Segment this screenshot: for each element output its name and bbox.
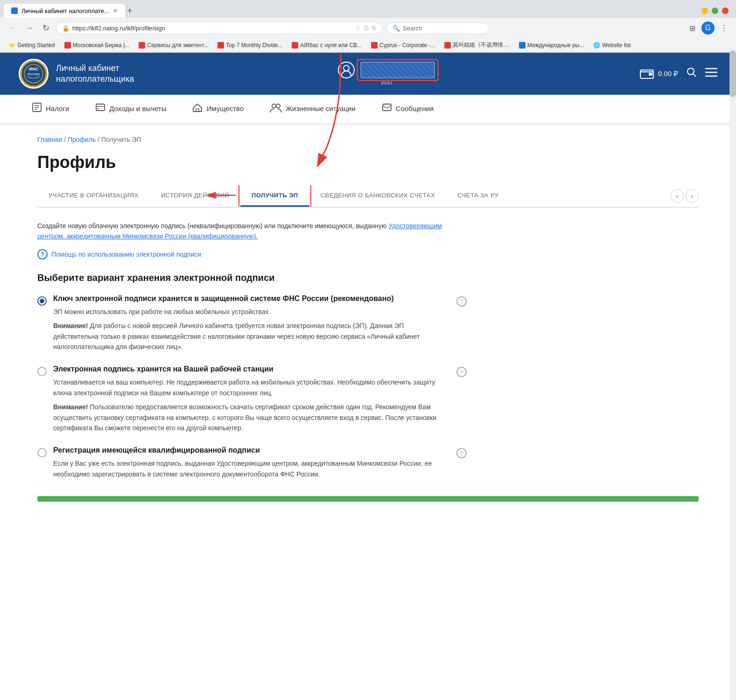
inn-value xyxy=(360,62,435,78)
search-header-icon[interactable] xyxy=(686,66,698,81)
breadcrumb-home[interactable]: Главная xyxy=(37,136,62,143)
bookmark-moex-favicon xyxy=(64,42,71,49)
refresh-small-icon[interactable]: ↻ xyxy=(372,25,377,32)
option1-warning-bold: Внимание! xyxy=(53,322,88,329)
bookmark-chinese[interactable]: 莫叫姐姐《不该用情.... xyxy=(442,40,512,50)
progress-bar xyxy=(37,496,699,502)
option2-help-icon[interactable]: ? xyxy=(456,367,467,377)
intro-text-before-link: Создайте новую облачную электронную подп… xyxy=(37,222,388,230)
life-icon xyxy=(270,102,282,115)
option2-title: Электронная подпись хранится на Вашей ра… xyxy=(53,365,450,373)
url-text: https://lkfl2.nalog.ru/lkfl/profile/sign xyxy=(72,25,352,32)
option2-desc: Устанавливается на ваш компьютер. Не под… xyxy=(53,377,450,398)
profile-icon[interactable]: G xyxy=(701,21,715,35)
help-link-text: Помощь по использованию электронной подп… xyxy=(51,251,201,258)
tab-ep-container: ПОЛУЧИТЬ ЭП xyxy=(240,185,309,207)
refresh-button[interactable]: ↻ xyxy=(39,21,52,35)
minimize-button[interactable] xyxy=(701,7,708,14)
bookmark-intl[interactable]: Международные ры... xyxy=(516,41,587,49)
nav-taxes-label: Налоги xyxy=(46,105,69,112)
nav-property-label: Имущество xyxy=(206,105,244,112)
bookmark-website-list-favicon: 🌐 xyxy=(593,42,600,49)
user-avatar-icon[interactable] xyxy=(338,62,355,78)
balance-value: 0.00 ₽ xyxy=(658,70,678,78)
tabs-next-button[interactable]: › xyxy=(686,189,699,203)
bookmark-favicon: ⭐ xyxy=(8,42,15,49)
page-title: Профиль xyxy=(37,153,699,172)
svg-point-21 xyxy=(276,104,280,108)
nav-life[interactable]: Жизненные ситуации xyxy=(257,95,369,124)
bookmark-website-list[interactable]: 🌐 Website list xyxy=(590,41,633,49)
active-tab[interactable]: Личный кабинет налогоплате... ✕ xyxy=(4,4,125,18)
bookmark-cyprus[interactable]: Cyprus - Corporate -... xyxy=(368,41,438,49)
search-bar[interactable]: 🔍 Search xyxy=(386,22,489,34)
radio-option2[interactable] xyxy=(37,367,47,376)
search-text: Search xyxy=(403,25,422,32)
bookmark-emitent[interactable]: Сервисы для эмитент... xyxy=(136,41,211,49)
back-button[interactable]: ← xyxy=(6,21,19,35)
close-window-button[interactable] xyxy=(722,7,729,14)
option2-warning-bold: Внимание! xyxy=(53,403,88,411)
maximize-button[interactable] xyxy=(712,7,718,14)
tabs-prev-button[interactable]: ‹ xyxy=(671,189,684,203)
option3-desc: Если у Вас уже есть электронная подпись,… xyxy=(53,458,450,479)
breadcrumb-sep2: / xyxy=(98,136,101,143)
tab-close-button[interactable]: ✕ xyxy=(113,7,118,14)
nav-income-label: Доходы и вычеты xyxy=(109,105,166,112)
bookmark-chinese-favicon xyxy=(444,42,451,49)
bookmark-air6ac[interactable]: AIR6ас с нуля или СВ... xyxy=(289,41,364,49)
extensions-icon[interactable]: ⊞ xyxy=(686,21,699,35)
intro-text: Создайте новую облачную электронную подп… xyxy=(37,221,457,242)
bookmarks-bar: ⭐ Getting Started Московская Биржа |... … xyxy=(0,38,736,52)
tab-organizations[interactable]: УЧАСТИЕ В ОРГАНИЗАЦИЯХ xyxy=(37,185,150,207)
forward-button[interactable]: → xyxy=(22,21,35,35)
tab-bank-accounts[interactable]: СВЕДЕНИЯ О БАНКОВСКИХ СЧЕТАХ xyxy=(309,185,446,207)
profile-tabs: УЧАСТИЕ В ОРГАНИЗАЦИЯХ ИСТОРИЯ ДЕЙСТВИЙ … xyxy=(37,185,699,208)
option-fns-storage: Ключ электронной подписи хранится в защи… xyxy=(37,294,467,352)
help-link[interactable]: ? Помощь по использованию электронной по… xyxy=(37,249,699,259)
bookmark-moex[interactable]: Московская Биржа |... xyxy=(62,41,133,49)
svg-rect-6 xyxy=(649,73,652,76)
cast-icon[interactable]: ⊡ xyxy=(364,25,369,31)
nav-life-label: Жизненные ситуации xyxy=(286,105,356,112)
url-bar[interactable]: 🔒 https://lkfl2.nalog.ru/lkfl/profile/si… xyxy=(56,22,383,34)
option1-title: Ключ электронной подписи хранится в защи… xyxy=(53,294,450,303)
bookmark-star-icon[interactable]: ☆ xyxy=(355,24,361,32)
menu-icon[interactable]: ⋮ xyxy=(717,21,730,35)
scrollbar-track[interactable] xyxy=(729,50,736,513)
option3-help-icon[interactable]: ? xyxy=(456,448,467,458)
search-icon: 🔍 xyxy=(393,25,400,32)
svg-rect-16 xyxy=(96,104,105,111)
option1-warning-text: Для работы с новой версией Личного кабин… xyxy=(53,322,420,350)
tab-bills[interactable]: СЧЕТА ЗА РУ xyxy=(446,185,510,207)
nav-messages[interactable]: Сообщения xyxy=(369,95,447,124)
nav-taxes[interactable]: Налоги xyxy=(19,95,82,124)
menu-hamburger-icon[interactable] xyxy=(705,68,717,80)
lock-icon: 🔒 xyxy=(62,25,70,32)
option-workstation-storage: Электронная подпись хранится на Вашей ра… xyxy=(37,365,467,433)
radio-option3[interactable] xyxy=(37,448,47,457)
progress-bar-container xyxy=(37,496,699,502)
option1-help-icon[interactable]: ? xyxy=(456,296,467,307)
bookmark-dividend[interactable]: Top 7 Monthly Divide... xyxy=(215,41,285,49)
nav-messages-label: Сообщения xyxy=(396,105,434,112)
inn-label: ИНН xyxy=(381,80,393,86)
site-title: Личный кабинет налогоплательщика xyxy=(56,63,134,85)
scrollbar-thumb[interactable] xyxy=(729,50,736,97)
svg-rect-22 xyxy=(383,104,391,111)
main-nav: Налоги Доходы и вычеты Имущество xyxy=(0,95,736,125)
breadcrumb-current: Получить ЭП xyxy=(101,136,141,143)
breadcrumb-profile[interactable]: Профиль xyxy=(68,136,96,143)
tab-nav-arrows: ‹ › xyxy=(671,189,699,203)
tab-title: Личный кабинет налогоплате... xyxy=(21,7,109,14)
tab-get-ep[interactable]: ПОЛУЧИТЬ ЭП xyxy=(240,185,309,207)
bookmark-cyprus-favicon xyxy=(371,42,378,49)
bookmark-getting-started[interactable]: ⭐ Getting Started xyxy=(6,41,58,49)
site-header: ФНС РОССИЯ Личный кабинет налогоплательщ… xyxy=(0,53,736,95)
new-tab-button[interactable]: + xyxy=(127,6,133,16)
messages-icon xyxy=(382,102,392,115)
tab-history[interactable]: ИСТОРИЯ ДЕЙСТВИЙ xyxy=(150,185,240,207)
nav-property[interactable]: Имущество xyxy=(179,95,257,124)
nav-income[interactable]: Доходы и вычеты xyxy=(82,95,179,124)
radio-option1[interactable] xyxy=(37,296,47,306)
